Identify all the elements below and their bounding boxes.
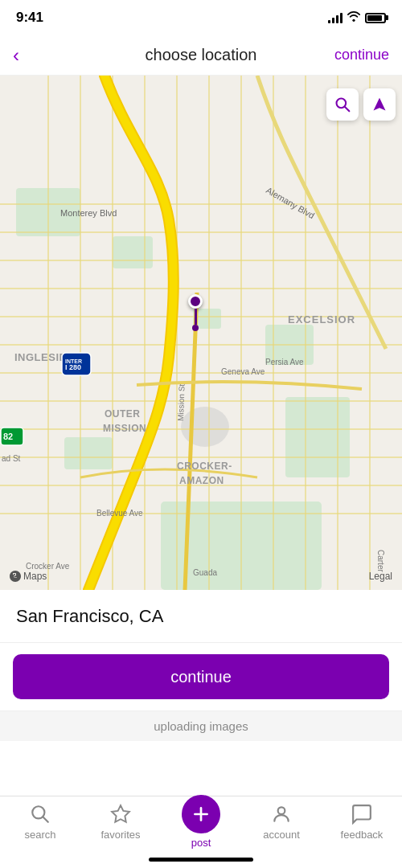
map-svg: Monterey Blvd Alemany Blvd EXCELSIOR Per… (0, 76, 402, 590)
uploading-text: uploading images (154, 719, 248, 733)
svg-text:OUTER: OUTER (105, 408, 141, 420)
tab-feedback[interactable]: feedback (334, 803, 390, 841)
tab-account[interactable]: account (253, 803, 310, 841)
post-tab-label: post (191, 837, 211, 849)
tab-favorites[interactable]: favorites (92, 803, 149, 841)
tab-post[interactable]: post (173, 803, 229, 849)
svg-text:CROCKER-: CROCKER- (177, 461, 232, 472)
location-bar: San Francisco, CA (0, 590, 402, 643)
svg-line-49 (345, 107, 350, 112)
map-search-button[interactable] (326, 88, 359, 121)
tab-search[interactable]: search (12, 803, 68, 841)
favorites-tab-icon (109, 803, 132, 825)
svg-text:Persia Ave: Persia Ave (265, 358, 304, 366)
svg-text:I 280: I 280 (65, 363, 81, 371)
svg-text:MISSION: MISSION (103, 423, 146, 434)
location-text: San Francisco, CA (16, 606, 163, 627)
status-bar: 9:41 (0, 0, 402, 35)
svg-text:Geneva Ave: Geneva Ave (221, 367, 265, 376)
svg-text:Guada: Guada (193, 568, 217, 577)
svg-line-56 (43, 817, 48, 822)
svg-text:Bellevue Ave: Bellevue Ave (96, 509, 143, 518)
feedback-tab-label: feedback (341, 829, 384, 841)
search-tab-icon (29, 803, 51, 825)
svg-text:82: 82 (3, 432, 13, 441)
favorites-tab-label: favorites (100, 829, 140, 841)
signal-icon (328, 12, 343, 23)
uploading-status-bar: uploading images (0, 710, 402, 741)
feedback-tab-icon (351, 803, 373, 825)
legal-link[interactable]: Legal (369, 571, 392, 582)
battery-icon (365, 13, 386, 23)
account-tab-label: account (263, 829, 300, 841)
svg-point-59 (278, 807, 285, 814)
i82-badge: 82 (0, 427, 23, 444)
svg-text:Mission St: Mission St (176, 383, 187, 421)
i280-badge: INTER I 280 (61, 352, 90, 375)
svg-text:AMAZON: AMAZON (179, 475, 224, 486)
svg-rect-6 (64, 437, 113, 469)
svg-rect-5 (285, 397, 350, 477)
svg-text:Monterey Blvd: Monterey Blvd (60, 208, 117, 218)
svg-point-8 (181, 407, 229, 447)
continue-button[interactable]: continue (13, 654, 389, 699)
svg-text:Crocker Ave: Crocker Ave (26, 562, 70, 571)
svg-text:Carter: Carter (376, 550, 385, 572)
maps-label: Maps (23, 571, 47, 582)
svg-text:EXCELSIOR: EXCELSIOR (288, 313, 355, 326)
home-indicator (149, 858, 253, 862)
wifi-icon (347, 11, 360, 24)
page-title: choose location (146, 46, 257, 64)
map-pin (188, 294, 203, 331)
map-area[interactable]: Monterey Blvd Alemany Blvd EXCELSIOR Per… (0, 76, 402, 590)
apple-maps-watermark: Maps (10, 571, 47, 582)
search-tab-label: search (24, 829, 55, 841)
post-tab-circle (182, 795, 220, 833)
header-continue-button[interactable]: continue (334, 47, 389, 63)
account-tab-icon (270, 803, 293, 825)
back-button[interactable]: ‹ (13, 41, 26, 70)
svg-text:ad St: ad St (2, 454, 21, 463)
nav-header: ‹ choose location continue (0, 35, 402, 76)
svg-rect-2 (113, 236, 153, 268)
map-navigate-button[interactable] (363, 88, 396, 121)
status-time: 9:41 (16, 10, 43, 26)
status-icons (328, 11, 386, 24)
